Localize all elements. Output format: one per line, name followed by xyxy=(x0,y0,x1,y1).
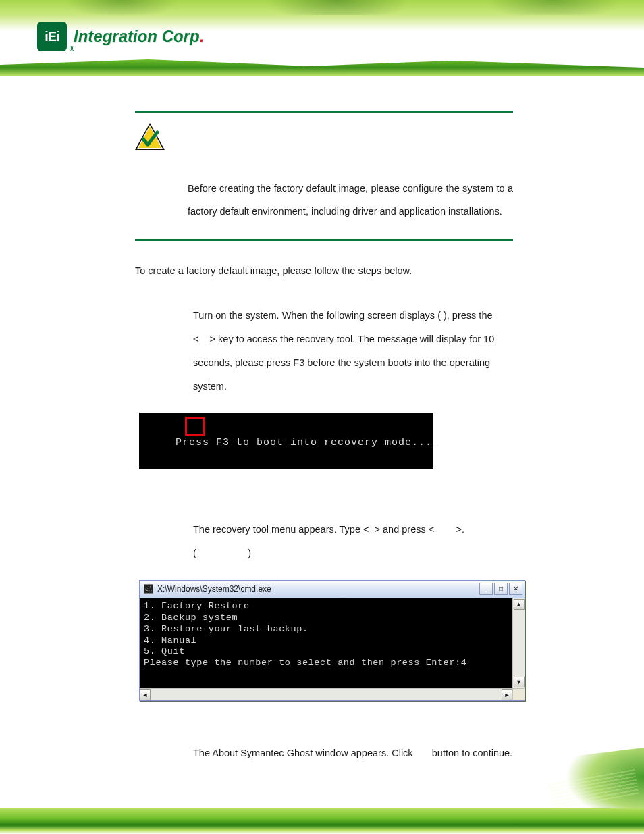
cmd-window-titlebar: c:\ X:\Windows\System32\cmd.exe _ □ ✕ xyxy=(140,581,525,598)
document-body: Before creating the factory default imag… xyxy=(135,111,513,780)
note-rule-top xyxy=(135,111,513,113)
cmd-resize-grip[interactable] xyxy=(512,689,525,700)
footer-band xyxy=(0,808,644,834)
brand-logo-mark: iEi xyxy=(37,22,67,51)
boot-screen-f3-highlight xyxy=(185,417,205,436)
brand-logo-text: Integration Corp. xyxy=(74,27,204,46)
page-header-banner: iEi Integration Corp. xyxy=(0,0,644,78)
note-icon xyxy=(135,123,513,150)
cmd-vertical-scrollbar[interactable]: ▲ ▼ xyxy=(512,598,525,688)
scroll-down-icon[interactable]: ▼ xyxy=(514,677,525,687)
scroll-up-icon[interactable]: ▲ xyxy=(514,599,525,610)
cmd-close-button[interactable]: ✕ xyxy=(509,583,522,595)
cmd-window-icon: c:\ xyxy=(144,584,153,594)
cmd-max-button[interactable]: □ xyxy=(494,583,508,595)
boot-screen-shot: Press F3 to boot into recovery mode..._ xyxy=(139,413,433,469)
cmd-window-body: 1. Factory Restore 2. Backup system 3. R… xyxy=(140,598,512,688)
scroll-left-icon[interactable]: ◄ xyxy=(140,689,151,700)
cmd-window-title-text: X:\Windows\System32\cmd.exe xyxy=(157,583,271,595)
cmd-window: c:\ X:\Windows\System32\cmd.exe _ □ ✕ 1.… xyxy=(139,580,525,701)
cmd-horizontal-scrollbar[interactable]: ◄ ► xyxy=(140,688,525,700)
step-3-text: The About Symantec Ghost window appears.… xyxy=(193,741,513,765)
step-2-text: The recovery tool menu appears. Type < >… xyxy=(193,518,513,565)
boot-screen-text: Press F3 to boot into recovery mode..._ xyxy=(176,437,439,448)
brand-logo: iEi Integration Corp. xyxy=(37,22,204,51)
step-1-text: Turn on the system. When the following s… xyxy=(193,304,513,398)
cmd-min-button[interactable]: _ xyxy=(479,583,493,595)
page-footer-banner xyxy=(0,773,644,834)
note-rule-bottom xyxy=(135,239,513,241)
intro-text: To create a factory default image, pleas… xyxy=(135,264,513,278)
note-body-text: Before creating the factory default imag… xyxy=(188,177,513,223)
scroll-right-icon[interactable]: ► xyxy=(502,689,512,700)
